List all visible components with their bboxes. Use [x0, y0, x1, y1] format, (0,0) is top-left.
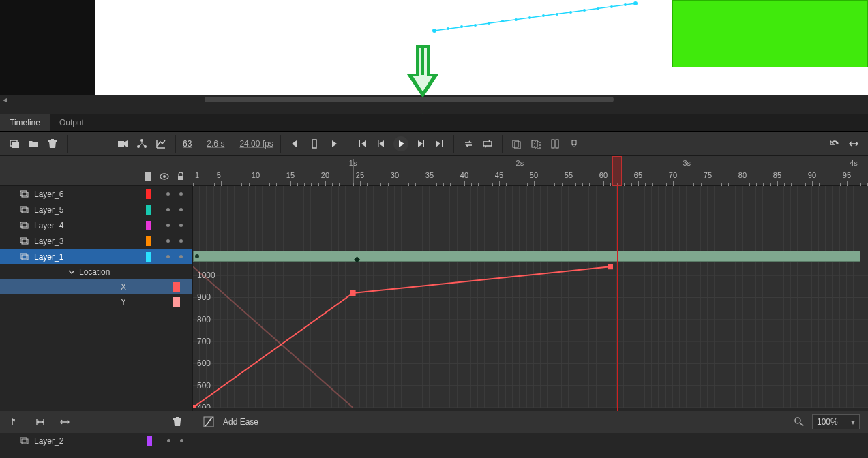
step-forward-button[interactable]: [326, 136, 341, 151]
onion-outlines-button[interactable]: [528, 136, 543, 151]
layer-row[interactable]: Layer_5: [0, 202, 192, 217]
camera-button[interactable]: [115, 136, 130, 151]
stage-container: ◂: [0, 0, 868, 104]
shape-green-rect[interactable]: [672, 0, 868, 67]
svg-rect-45: [20, 238, 27, 243]
highlight-toggle-icon[interactable]: [143, 171, 153, 182]
svg-rect-47: [20, 254, 27, 258]
markers-button[interactable]: [567, 136, 582, 151]
layer-color-swatch[interactable]: [146, 189, 151, 199]
layer-row[interactable]: Layer_1: [0, 249, 192, 264]
zoom-search-icon[interactable]: [792, 414, 807, 429]
delete-prop-button[interactable]: [170, 414, 185, 429]
track-grid[interactable]: ◆1000900800700600500400: [193, 186, 868, 411]
property-graph[interactable]: 1000900800700600500400: [193, 264, 868, 408]
document-stage[interactable]: [95, 0, 868, 104]
frame-row[interactable]: ◆: [193, 249, 868, 264]
svg-point-15: [624, 3, 627, 6]
add-ease-label[interactable]: Add Ease: [223, 417, 258, 427]
layer-color-swatch[interactable]: [146, 205, 151, 215]
span-frames-button[interactable]: [57, 414, 72, 429]
layer-header-controls: [0, 156, 193, 186]
property-row[interactable]: X: [0, 279, 192, 294]
layer-row[interactable]: Layer_3: [0, 233, 192, 249]
svg-rect-48: [22, 255, 28, 260]
svg-rect-40: [22, 192, 28, 197]
delete-layer-button[interactable]: [45, 136, 60, 151]
tab-timeline[interactable]: Timeline: [0, 114, 50, 131]
new-folder-button[interactable]: [26, 136, 41, 151]
property-group-header[interactable]: Location: [0, 264, 192, 279]
timeline-bottom-bar: Add Ease 100% ▾: [0, 411, 868, 433]
ruler-zone: 1s2s3s4s15101520253035404550556065707580…: [0, 156, 868, 186]
onion-skin-button[interactable]: [509, 136, 524, 151]
svg-rect-26: [423, 140, 424, 147]
current-frame-readout[interactable]: 63: [183, 139, 192, 149]
layer-icon: [19, 436, 29, 446]
scrollbar-thumb[interactable]: [205, 97, 614, 102]
ruler-frame-label: 95: [843, 171, 851, 179]
frame-row[interactable]: [193, 186, 868, 202]
ruler-frame-label: 35: [425, 171, 434, 179]
frame-row[interactable]: [193, 233, 868, 249]
tab-output[interactable]: Output: [50, 114, 93, 131]
property-color-swatch: [173, 282, 180, 292]
layer-color-swatch[interactable]: [146, 221, 151, 230]
svg-point-4: [474, 24, 477, 27]
frame-row[interactable]: [193, 202, 868, 217]
fps-readout[interactable]: 24.00 fps: [239, 139, 273, 149]
layer-row[interactable]: Layer_6: [0, 186, 192, 202]
svg-rect-66: [20, 438, 27, 442]
property-color-swatch: [173, 297, 180, 307]
current-time-readout[interactable]: 2.6 s: [207, 139, 224, 149]
scroll-left-icon[interactable]: ◂: [0, 95, 10, 104]
graph-view-button[interactable]: [153, 136, 168, 151]
ruler-frame-label: 45: [495, 171, 503, 179]
frame-ruler[interactable]: 1s2s3s4s15101520253035404550556065707580…: [193, 156, 868, 186]
motion-tween-span[interactable]: ◆: [193, 251, 860, 262]
go-to-last-button[interactable]: [432, 136, 447, 151]
fit-frames-button[interactable]: [33, 414, 48, 429]
loop-button[interactable]: [461, 136, 476, 151]
layer-color-swatch[interactable]: [147, 436, 152, 446]
timeline-toolbar: 63 2.6 s 24.00 fps: [0, 132, 868, 156]
svg-point-5: [488, 22, 490, 25]
layer-icon: [19, 221, 29, 230]
lock-toggle-icon[interactable]: [175, 171, 186, 182]
svg-point-3: [460, 25, 463, 28]
go-to-first-button[interactable]: [355, 136, 370, 151]
layer-icon: [19, 252, 29, 262]
edit-multiple-button[interactable]: [548, 136, 563, 151]
svg-text:800: 800: [197, 315, 211, 324]
ruler-frame-label: 55: [565, 171, 573, 179]
svg-rect-39: [20, 191, 27, 196]
frame-row[interactable]: [193, 217, 868, 233]
property-row[interactable]: Y: [0, 294, 192, 309]
ruler-frame-label: 60: [599, 171, 608, 179]
layer-color-swatch[interactable]: [146, 236, 151, 246]
loop-range-button[interactable]: [480, 136, 495, 151]
keyframe-toggle-button[interactable]: [307, 136, 322, 151]
zoom-level-display[interactable]: 100% ▾: [812, 414, 860, 429]
step-back-button[interactable]: [288, 136, 303, 151]
resize-view-button[interactable]: [846, 136, 861, 151]
svg-rect-24: [359, 140, 360, 147]
ruler-frame-label: 20: [321, 171, 329, 179]
ease-preset-icon[interactable]: [201, 414, 216, 429]
layer-row[interactable]: Layer_4: [0, 217, 192, 233]
undo-view-button[interactable]: [827, 136, 842, 151]
stage-horizontal-scrollbar[interactable]: ◂: [0, 95, 868, 104]
layer-row-layer2[interactable]: Layer_2: [0, 433, 193, 448]
ruler-frame-label: 5: [217, 171, 221, 179]
new-layer-button[interactable]: [7, 136, 22, 151]
prev-frame-button[interactable]: [374, 136, 389, 151]
svg-rect-19: [118, 141, 124, 147]
onion-range-button[interactable]: [8, 414, 23, 429]
svg-text:900: 900: [197, 292, 211, 302]
next-frame-button[interactable]: [413, 136, 428, 151]
ruler-frame-label: 1: [195, 171, 199, 179]
visibility-toggle-icon[interactable]: [159, 171, 170, 182]
rig-parent-button[interactable]: [134, 136, 149, 151]
play-button[interactable]: [393, 136, 408, 151]
layer-color-swatch[interactable]: [146, 252, 151, 262]
